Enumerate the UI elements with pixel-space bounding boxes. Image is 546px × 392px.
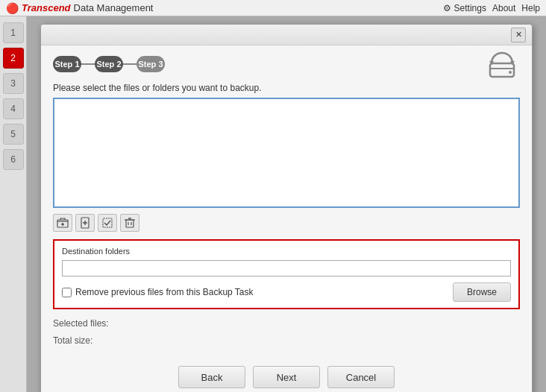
toolbar [53,214,520,232]
delete-button[interactable] [120,214,139,232]
sidebar-item-5[interactable]: 5 [3,124,24,145]
step-1: Step 1 [53,56,81,72]
about-nav[interactable]: About [492,3,515,13]
dialog-overlay: ✕ Step 1 Step 2 Step [27,16,546,392]
app-nav: ⚙ Settings About Help [443,3,540,13]
svg-rect-12 [126,220,134,227]
sidebar-item-4[interactable]: 4 [3,98,24,119]
dialog-footer: Back Next Cancel [41,358,532,392]
sidebar-item-3[interactable]: 3 [3,73,24,94]
backup-icon [483,47,521,86]
add-folder-button[interactable] [53,214,72,232]
svg-rect-1 [490,68,514,69]
settings-nav[interactable]: ⚙ Settings [443,3,486,13]
destination-bottom-row: Remove previous files from this Backup T… [62,282,511,302]
step-line-1 [81,63,95,65]
dialog-titlebar: ✕ [41,25,532,45]
logo-text: Transcend [22,2,71,13]
app-header: 🔴 Transcend Data Management ⚙ Settings A… [0,0,546,16]
remove-previous-checkbox-row[interactable]: Remove previous files from this Backup T… [62,287,254,297]
app-logo: 🔴 Transcend [6,2,71,14]
step-line-2 [123,63,136,65]
steps-indicator: Step 1 Step 2 Step 3 [53,56,520,72]
destination-input[interactable] [62,260,511,276]
dialog-body: Step 1 Step 2 Step 3 Please select the f… [41,45,532,358]
remove-previous-label: Remove previous files from this Backup T… [75,287,254,297]
svg-point-2 [509,71,512,74]
next-button[interactable]: Next [253,366,320,388]
sidebar-item-6[interactable]: 6 [3,149,24,170]
sidebar-item-2[interactable]: 2 [3,48,24,69]
help-nav[interactable]: Help [521,3,540,13]
app-title: Data Management [74,2,154,13]
sidebar-item-1[interactable]: 1 [3,22,24,43]
select-all-button[interactable] [98,214,117,232]
destination-input-row [62,260,511,276]
svg-rect-0 [490,63,514,77]
file-list-area[interactable] [53,98,520,208]
step-2: Step 2 [95,56,123,72]
cancel-button[interactable]: Cancel [327,366,395,388]
close-button[interactable]: ✕ [511,28,526,42]
dialog: ✕ Step 1 Step 2 Step [40,24,533,392]
logo-icon: 🔴 [6,2,19,14]
step-3: Step 3 [136,56,165,72]
svg-rect-11 [103,218,112,227]
browse-button[interactable]: Browse [453,282,511,302]
add-file-button[interactable] [75,214,95,232]
remove-previous-checkbox[interactable] [62,288,72,297]
destination-section: Destination folders Remove previous file… [53,239,520,309]
back-button[interactable]: Back [178,366,245,388]
instruction-text: Please select the files or folders you w… [53,83,520,93]
total-size-stat: Total size: [53,334,520,348]
destination-label: Destination folders [62,247,511,256]
sidebar: 1 2 3 4 5 6 [0,16,27,392]
selected-files-stat: Selected files: [53,317,520,331]
